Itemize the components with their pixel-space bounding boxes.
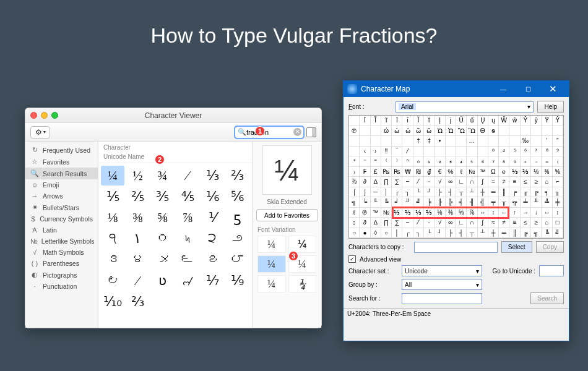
win-character-cell[interactable]: [360, 126, 370, 137]
win-character-cell[interactable]: Į: [435, 116, 445, 126]
win-character-cell[interactable]: ⌐: [553, 177, 563, 187]
character-cell[interactable]: ౬: [176, 250, 199, 270]
win-character-cell[interactable]: −: [402, 218, 413, 228]
win-character-cell[interactable]: Ї: [360, 116, 370, 126]
win-character-cell[interactable]: ₄: [456, 156, 467, 167]
character-cell[interactable]: ⅕: [101, 187, 124, 207]
character-cell[interactable]: ʋ: [151, 271, 175, 291]
win-character-cell[interactable]: Ω: [488, 167, 499, 177]
win-character-cell[interactable]: [456, 136, 467, 147]
character-cell[interactable]: ⅗: [151, 187, 175, 207]
win-character-cell[interactable]: ⅝: [456, 208, 467, 218]
character-cell[interactable]: ⅞: [176, 208, 199, 228]
character-cell[interactable]: ৸: [176, 229, 199, 249]
win-character-cell[interactable]: ∕: [413, 177, 424, 187]
win-character-cell[interactable]: ⅜: [446, 208, 456, 218]
win-character-cell[interactable]: ╧: [521, 197, 531, 208]
win-character-cell[interactable]: ⁻: [360, 156, 370, 167]
win-character-cell[interactable]: ∫: [478, 218, 488, 228]
win-character-cell[interactable]: │: [392, 228, 402, 239]
win-character-cell[interactable]: ○: [349, 228, 360, 239]
win-character-cell[interactable]: ⅛: [531, 167, 542, 177]
win-character-cell[interactable]: Ѳ: [478, 126, 488, 137]
character-cell[interactable]: ƽ: [226, 208, 249, 228]
character-cell[interactable]: ౪: [126, 250, 149, 270]
win-character-cell[interactable]: [402, 136, 413, 147]
win-character-cell[interactable]: ₪: [413, 167, 424, 177]
font-variation-cell[interactable]: ¼: [257, 275, 286, 292]
win-character-cell[interactable]: ┴: [467, 187, 477, 198]
win-character-cell[interactable]: ℮: [499, 167, 509, 177]
win-character-cell[interactable]: ∩: [467, 218, 477, 228]
win-character-cell[interactable]: ∑: [392, 177, 402, 187]
win-character-cell[interactable]: ∞: [446, 177, 456, 187]
mac-titlebar[interactable]: Character Viewer: [25, 108, 321, 123]
win-character-cell[interactable]: [446, 136, 456, 147]
win-character-cell[interactable]: [456, 147, 467, 157]
win-character-cell[interactable]: ⅛: [435, 208, 445, 218]
win-character-cell[interactable]: ų: [488, 116, 499, 126]
win-character-cell[interactable]: ╘: [360, 197, 370, 208]
character-cell[interactable]: ⅓: [201, 166, 224, 186]
copy-button[interactable]: Copy: [536, 241, 564, 253]
win-character-cell[interactable]: Ű: [456, 116, 467, 126]
win-character-cell[interactable]: ⁷: [531, 147, 542, 157]
win-character-cell[interactable]: [371, 126, 381, 137]
win-character-cell[interactable]: ŷ: [531, 116, 542, 126]
win-character-cell[interactable]: ℗: [360, 208, 370, 218]
win-character-cell[interactable]: ₁: [424, 156, 435, 167]
win-character-cell[interactable]: ≥: [531, 177, 542, 187]
win-character-cell[interactable]: ₇: [488, 156, 499, 167]
win-character-cell[interactable]: ⅞: [467, 208, 477, 218]
win-character-cell[interactable]: ⅞: [349, 177, 360, 187]
win-character-cell[interactable]: ╓: [521, 187, 531, 198]
win-character-cell[interactable]: ├: [435, 187, 445, 198]
win-character-cell[interactable]: ⁵: [509, 147, 520, 157]
win-character-cell[interactable]: ₉: [509, 156, 520, 167]
win-character-cell[interactable]: √: [435, 177, 445, 187]
win-character-cell[interactable]: ⌠: [349, 187, 360, 198]
character-cell[interactable]: [151, 292, 175, 312]
win-character-cell[interactable]: ″: [553, 136, 563, 147]
win-character-cell[interactable]: ↓: [531, 208, 542, 218]
character-cell[interactable]: ⅝: [151, 208, 175, 228]
win-character-cell[interactable]: ●: [360, 228, 370, 239]
win-character-cell[interactable]: [413, 147, 424, 157]
win-character-cell[interactable]: ∟: [456, 177, 467, 187]
win-character-cell[interactable]: ὠ: [392, 126, 402, 137]
win-character-cell[interactable]: ⁿ: [402, 156, 413, 167]
win-character-cell[interactable]: [392, 136, 402, 147]
win-character-cell[interactable]: ₩: [402, 167, 413, 177]
win-character-cell[interactable]: ώ: [381, 126, 392, 137]
win-character-cell[interactable]: ∫: [478, 177, 488, 187]
sidebar-item[interactable]: $Currency Symbols: [25, 213, 98, 224]
character-cell[interactable]: ੨: [201, 229, 224, 249]
win-character-cell[interactable]: ⅔: [402, 208, 413, 218]
win-character-cell[interactable]: ₀: [413, 156, 424, 167]
win-character-cell[interactable]: ὡ: [402, 126, 413, 137]
win-character-cell[interactable]: Ÿ: [542, 116, 552, 126]
win-character-cell[interactable]: ⁺: [349, 156, 360, 167]
win-character-cell[interactable]: ∞: [446, 218, 456, 228]
win-character-cell[interactable]: ┤: [446, 187, 456, 198]
font-variation-cell[interactable]: ¼: [288, 236, 317, 253]
win-character-cell[interactable]: ₆: [478, 156, 488, 167]
win-character-cell[interactable]: ┌: [402, 228, 413, 239]
character-cell[interactable]: ¼: [101, 166, 124, 186]
win-character-cell[interactable]: └: [413, 187, 424, 198]
character-cell[interactable]: ¾: [151, 166, 175, 186]
win-character-cell[interactable]: [509, 126, 520, 137]
font-variation-cell[interactable]: ¼: [288, 275, 317, 292]
win-character-cell[interactable]: ╗: [531, 228, 542, 239]
character-cell[interactable]: [201, 292, 224, 312]
win-character-cell[interactable]: [349, 136, 360, 147]
win-character-cell[interactable]: ╠: [446, 197, 456, 208]
win-character-cell[interactable]: ═: [488, 187, 499, 198]
win-character-cell[interactable]: [446, 147, 456, 157]
win-character-cell[interactable]: ₨: [392, 167, 402, 177]
win-character-cell[interactable]: ╔: [531, 187, 542, 198]
character-cell[interactable]: ౫: [151, 250, 175, 270]
sidebar-item[interactable]: ☆Favorites: [25, 156, 98, 168]
win-character-cell[interactable]: └: [424, 228, 435, 239]
win-character-cell[interactable]: №: [467, 167, 477, 177]
